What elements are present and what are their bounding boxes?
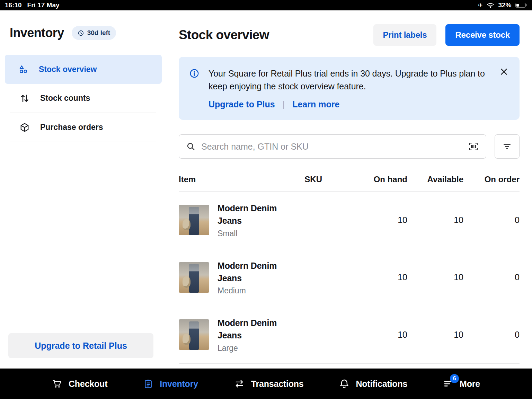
trial-badge: 30d left: [72, 26, 116, 40]
page-header: Stock overview Print labels Receive stoc…: [179, 24, 520, 46]
sidebar-item-label: Purchase orders: [40, 123, 103, 132]
barcode-scan-icon[interactable]: [468, 141, 479, 152]
item-meta: Modern Denim Jeans Medium: [218, 259, 281, 296]
more-lines-icon: 6: [443, 379, 453, 389]
learn-more-link[interactable]: Learn more: [292, 99, 339, 109]
upgrade-to-plus-link[interactable]: Upgrade to Plus: [209, 99, 275, 109]
item-photo: [179, 319, 209, 350]
stock-overview-page: Stock overview Print labels Receive stoc…: [166, 10, 532, 369]
stock-table: Item SKU On hand Available On order Mode…: [179, 175, 520, 364]
column-on-order: On order: [463, 175, 520, 184]
sidebar-item-purchase-orders[interactable]: Purchase orders: [10, 113, 156, 142]
clipboard-icon: [143, 379, 153, 389]
search-icon: [186, 142, 196, 151]
nav-transactions[interactable]: Transactions: [234, 379, 304, 389]
upgrade-retail-plus-button[interactable]: Upgrade to Retail Plus: [8, 333, 153, 358]
search-box[interactable]: [179, 134, 486, 159]
status-left: 16:10 Fri 17 May: [5, 1, 60, 9]
purchase-orders-icon: [19, 122, 30, 133]
column-item: Item: [179, 175, 281, 184]
item-cell: Modern Denim Jeans Large: [179, 317, 281, 353]
sidebar-item-label: Stock counts: [40, 94, 90, 103]
item-cell: Modern Denim Jeans Small: [179, 202, 281, 238]
item-on-order: 0: [463, 272, 520, 282]
item-name: Modern Denim Jeans: [218, 317, 281, 342]
nav-label: Transactions: [251, 379, 304, 389]
filter-icon: [502, 142, 512, 151]
nav-checkout[interactable]: Checkout: [52, 379, 107, 389]
item-on-hand: 10: [322, 272, 407, 282]
nav-label: Inventory: [160, 379, 198, 389]
nav-label: Checkout: [69, 379, 107, 389]
status-bar: 16:10 Fri 17 May ✈ 32%: [0, 0, 532, 10]
nav-label: More: [460, 379, 480, 389]
bell-icon: [339, 379, 349, 389]
airplane-mode-icon: ✈: [478, 2, 483, 8]
search-row: [179, 134, 520, 159]
status-right: ✈ 32%: [478, 1, 527, 9]
cart-icon: [52, 379, 62, 389]
item-available: 10: [407, 272, 463, 282]
banner-link-divider: |: [283, 99, 285, 109]
page-title: Stock overview: [179, 28, 269, 42]
table-header: Item SKU On hand Available On order: [179, 175, 520, 192]
trial-badge-label: 30d left: [87, 29, 110, 37]
search-input[interactable]: [201, 142, 462, 152]
info-icon: [189, 68, 200, 109]
table-row[interactable]: Modern Denim Jeans Large 10 10 0: [179, 306, 520, 364]
table-row[interactable]: Modern Denim Jeans Small 10 10 0: [179, 192, 520, 249]
notification-badge: 6: [450, 374, 459, 383]
item-on-order: 0: [463, 330, 520, 340]
close-icon[interactable]: [499, 67, 508, 76]
item-variant: Large: [218, 344, 281, 353]
inventory-sidebar: Inventory 30d left Stock overview: [0, 10, 166, 369]
column-sku: SKU: [281, 175, 322, 184]
filter-button[interactable]: [495, 134, 520, 159]
wifi-icon: [487, 2, 494, 8]
nav-notifications[interactable]: Notifications: [339, 379, 407, 389]
sidebar-header: Inventory 30d left: [10, 26, 158, 40]
banner-message: Your Square for Retail Plus trial ends i…: [209, 67, 486, 92]
sidebar-item-label: Stock overview: [39, 65, 97, 74]
app: 16:10 Fri 17 May ✈ 32% Inventory: [0, 0, 532, 399]
sidebar-title: Inventory: [10, 26, 64, 40]
banner-links: Upgrade to Plus | Learn more: [209, 99, 486, 109]
bottom-nav: Checkout Inventory Transactions: [0, 369, 532, 399]
battery-icon: [515, 3, 527, 8]
item-on-hand: 10: [322, 330, 407, 340]
column-on-hand: On hand: [322, 175, 407, 184]
trial-banner: Your Square for Retail Plus trial ends i…: [179, 57, 520, 120]
item-on-hand: 10: [322, 215, 407, 225]
nav-more[interactable]: 6 More: [443, 379, 480, 389]
item-variant: Small: [218, 229, 281, 238]
item-on-order: 0: [463, 215, 520, 225]
header-actions: Print labels Receive stock: [373, 24, 520, 46]
item-meta: Modern Denim Jeans Small: [218, 202, 281, 238]
item-meta: Modern Denim Jeans Large: [218, 317, 281, 353]
battery-percent: 32%: [498, 1, 511, 9]
transfer-arrows-icon: [234, 379, 245, 389]
item-available: 10: [407, 215, 463, 225]
item-photo: [179, 205, 209, 235]
item-available: 10: [407, 330, 463, 340]
status-time: 16:10: [5, 1, 22, 9]
table-row[interactable]: Modern Denim Jeans Medium 10 10 0: [179, 249, 520, 307]
item-cell: Modern Denim Jeans Medium: [179, 259, 281, 296]
nav-inventory[interactable]: Inventory: [143, 379, 198, 389]
column-available: Available: [407, 175, 463, 184]
item-name: Modern Denim Jeans: [218, 202, 281, 227]
main-area: Inventory 30d left Stock overview: [0, 10, 532, 369]
stock-counts-icon: [19, 93, 30, 104]
stock-overview-icon: [18, 64, 28, 74]
sidebar-item-stock-overview[interactable]: Stock overview: [5, 55, 162, 84]
status-date: Fri 17 May: [27, 1, 60, 9]
banner-body: Your Square for Retail Plus trial ends i…: [209, 67, 486, 109]
receive-stock-button[interactable]: Receive stock: [445, 24, 520, 46]
clock-icon: [78, 30, 84, 36]
item-name: Modern Denim Jeans: [218, 259, 281, 285]
item-variant: Medium: [218, 286, 281, 295]
print-labels-button[interactable]: Print labels: [373, 24, 437, 46]
nav-label: Notifications: [356, 379, 407, 389]
sidebar-item-stock-counts[interactable]: Stock counts: [10, 84, 156, 113]
item-photo: [179, 262, 209, 293]
